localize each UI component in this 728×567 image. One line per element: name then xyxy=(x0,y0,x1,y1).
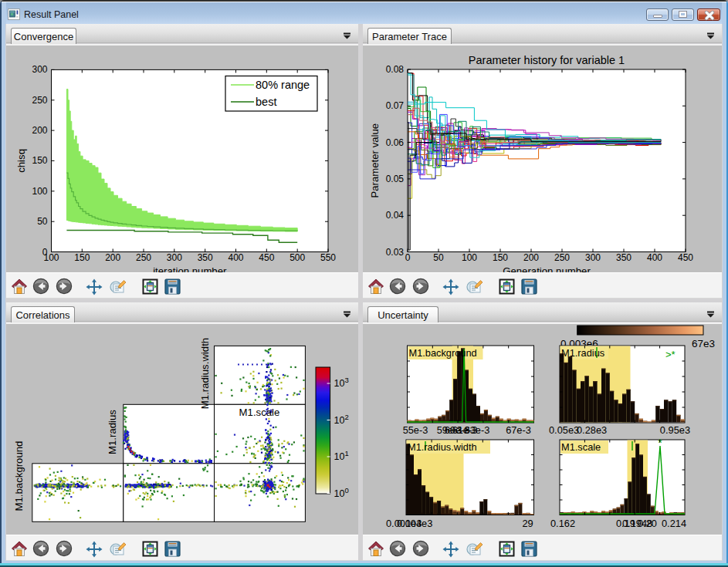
svg-text:450: 450 xyxy=(259,252,274,263)
svg-text:300: 300 xyxy=(32,64,47,75)
svg-text:iteration number: iteration number xyxy=(153,265,227,273)
svg-text:300: 300 xyxy=(167,252,182,263)
svg-text:0.03: 0.03 xyxy=(386,247,405,258)
svg-text:50: 50 xyxy=(37,216,48,227)
svg-text:0: 0 xyxy=(405,252,411,263)
svg-text:200: 200 xyxy=(32,125,47,136)
svg-text:350: 350 xyxy=(198,252,213,263)
svg-text:M1.background: M1.background xyxy=(13,441,25,511)
svg-text:best: best xyxy=(256,96,276,108)
svg-text:400: 400 xyxy=(228,252,243,263)
svg-text:*: * xyxy=(658,437,662,449)
svg-text:0.08: 0.08 xyxy=(386,64,405,75)
svg-text:200: 200 xyxy=(523,252,539,263)
svg-text:Parameter history for variable: Parameter history for variable 1 xyxy=(469,54,625,66)
svg-text:0: 0 xyxy=(42,247,48,258)
svg-text:250: 250 xyxy=(554,252,570,263)
svg-text:100: 100 xyxy=(462,252,477,263)
svg-text:0.06: 0.06 xyxy=(386,137,405,148)
svg-text:Generation number: Generation number xyxy=(503,265,591,273)
svg-text:chisq: chisq xyxy=(15,149,27,173)
svg-text:0.162: 0.162 xyxy=(550,518,575,529)
svg-text:>*: >* xyxy=(665,349,676,360)
svg-text:50: 50 xyxy=(433,252,444,263)
svg-text:63e-3: 63e-3 xyxy=(465,424,490,436)
svg-text:0.07: 0.07 xyxy=(386,100,405,111)
svg-text:M1.background: M1.background xyxy=(409,347,477,359)
svg-text:M1.radius.width: M1.radius.width xyxy=(199,338,211,409)
svg-text:67e-3: 67e-3 xyxy=(506,424,531,436)
svg-text:450: 450 xyxy=(678,252,693,263)
svg-text:M1.scale: M1.scale xyxy=(561,441,601,453)
svg-text:500: 500 xyxy=(290,252,305,263)
svg-text:150: 150 xyxy=(74,252,90,263)
svg-text:100: 100 xyxy=(32,186,47,197)
svg-text:0.04: 0.04 xyxy=(386,210,405,221)
svg-text:67e3: 67e3 xyxy=(692,338,715,349)
svg-text:400: 400 xyxy=(647,252,662,263)
svg-text:M1.radius.width: M1.radius.width xyxy=(408,441,477,453)
svg-text:M1.radius: M1.radius xyxy=(561,347,604,359)
svg-text:0.05e3: 0.05e3 xyxy=(549,424,579,436)
svg-text:250: 250 xyxy=(136,252,151,263)
svg-text:0.20: 0.20 xyxy=(638,518,657,529)
svg-text:550: 550 xyxy=(320,252,336,263)
svg-text:80% range: 80% range xyxy=(256,79,310,91)
svg-text:M1.radius: M1.radius xyxy=(107,410,118,454)
svg-text:103: 103 xyxy=(334,376,349,389)
svg-text:200: 200 xyxy=(105,252,120,263)
svg-text:0.95e3: 0.95e3 xyxy=(660,424,690,436)
svg-text:250: 250 xyxy=(32,95,47,106)
svg-text:0.214: 0.214 xyxy=(662,518,686,529)
svg-text:101: 101 xyxy=(334,449,349,462)
svg-text:102: 102 xyxy=(334,413,349,426)
svg-text:55e-3: 55e-3 xyxy=(403,424,428,436)
svg-text:0.28e3: 0.28e3 xyxy=(577,424,607,436)
svg-text:Parameter value: Parameter value xyxy=(369,123,381,198)
svg-text:300: 300 xyxy=(585,252,601,263)
svg-text:100: 100 xyxy=(334,486,349,499)
svg-text:0.05: 0.05 xyxy=(386,174,405,184)
svg-text:150: 150 xyxy=(493,252,508,263)
svg-text:M1.scale: M1.scale xyxy=(239,407,280,418)
svg-text:0.004e3: 0.004e3 xyxy=(397,518,432,529)
svg-text:350: 350 xyxy=(616,252,631,263)
svg-text:29: 29 xyxy=(522,518,533,529)
svg-text:150: 150 xyxy=(32,155,47,166)
